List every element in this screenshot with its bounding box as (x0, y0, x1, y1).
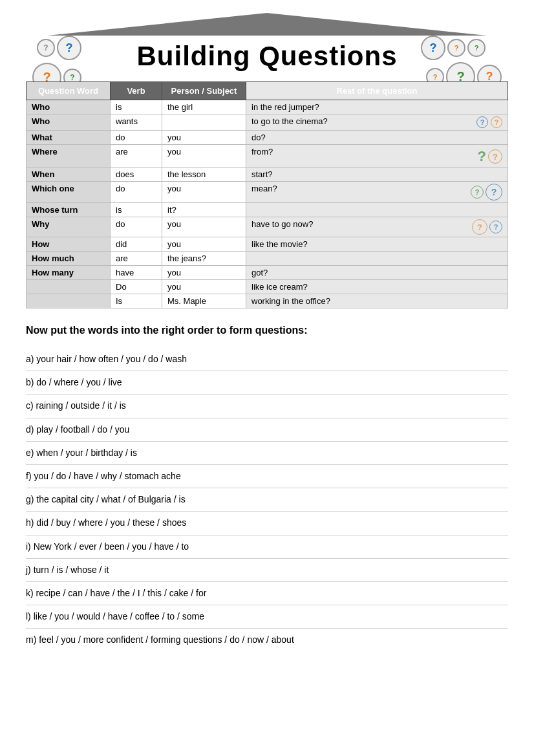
deco-bubble-6: ? (472, 219, 487, 235)
bubble-2: ? (57, 36, 81, 60)
qword-9: How (27, 237, 111, 252)
exercise-item-i: i) New York / ever / been / you / have /… (26, 535, 508, 559)
rest-10 (246, 252, 508, 266)
person-9: you (162, 237, 246, 252)
rest-4: from? ? ? (246, 145, 508, 167)
table-row: How much are the jeans? (27, 252, 508, 266)
deco-qmark-1: ? (478, 148, 486, 165)
deco-bubble-4: ? (471, 186, 484, 199)
person-3: you (162, 131, 246, 145)
table-row: How did you like the movie? (27, 237, 508, 252)
qword-12 (27, 280, 111, 294)
header-question-word: Question Word (27, 82, 111, 100)
exercise-item-k: k) recipe / can / have / the / I / this … (26, 582, 508, 605)
bubble-6: ? (447, 39, 465, 57)
exercise-item-c: c) raining / outside / it / is (26, 394, 508, 418)
page-title: Building Questions (137, 41, 398, 72)
person-13: Ms. Maple (162, 294, 246, 308)
person-1: the girl (162, 100, 246, 114)
table-wrapper: Question Word Verb Person / Subject Rest… (26, 81, 508, 308)
qword-10: How much (27, 252, 111, 266)
bubble-7: ? (467, 39, 486, 57)
verb-4: are (111, 145, 162, 167)
deco-bubble-3: ? (488, 149, 502, 164)
header: ? ? ? ? Building Questions ? ? ? (26, 13, 508, 75)
qword-6: Which one (27, 182, 111, 203)
deco-bubble-7: ? (489, 221, 502, 233)
verb-11: have (111, 266, 162, 280)
person-11: you (162, 266, 246, 280)
deco-bubble-5: ? (486, 184, 502, 200)
rest-12: like ice cream? (246, 280, 508, 294)
bubble-1: ? (37, 39, 55, 57)
qword-11: How many (27, 266, 111, 280)
verb-5: does (111, 167, 162, 182)
person-10: the jeans? (162, 252, 246, 266)
person-8: you (162, 217, 246, 237)
table-row: Which one do you mean? ? ? (27, 182, 508, 203)
verb-8: do (111, 217, 162, 237)
deco-bubble-1: ? (476, 116, 488, 128)
exercise-list: a) your hair / how often / you / do / wa… (26, 348, 508, 651)
person-5: the lesson (162, 167, 246, 182)
verb-2: wants (111, 114, 162, 131)
exercise-item-l: l) like / you / would / have / coffee / … (26, 605, 508, 629)
header-verb: Verb (111, 82, 162, 100)
table-row: Do you like ice cream? (27, 280, 508, 294)
exercise-item-j: j) turn / is / whose / it (26, 559, 508, 582)
exercise-item-h: h) did / buy / where / you / these / sho… (26, 512, 508, 535)
exercise-item-m: m) feel / you / more confident / forming… (26, 629, 508, 651)
rest-5: start? (246, 167, 508, 182)
rest-9: like the movie? (246, 237, 508, 252)
rest-13: working in the office? (246, 294, 508, 308)
table-row: What do you do? (27, 131, 508, 145)
person-4: you (162, 145, 246, 167)
qword-8: Why (27, 217, 111, 237)
table-row: Who is the girl in the red jumper? (27, 100, 508, 114)
deco-bubble-2: ? (491, 116, 502, 128)
person-12: you (162, 280, 246, 294)
exercise-item-b: b) do / where / you / live (26, 371, 508, 394)
table-row: When does the lesson start? (27, 167, 508, 182)
person-2 (162, 114, 246, 131)
rest-2: to go to the cinema? ? ? (246, 114, 508, 131)
verb-7: is (111, 203, 162, 217)
exercise-item-a: a) your hair / how often / you / do / wa… (26, 348, 508, 371)
verb-1: is (111, 100, 162, 114)
qword-4: Where (27, 145, 111, 167)
verb-6: do (111, 182, 162, 203)
verb-3: do (111, 131, 162, 145)
table-row: Where are you from? ? ? (27, 145, 508, 167)
verb-9: did (111, 237, 162, 252)
person-6: you (162, 182, 246, 203)
header-rest: Rest of the question (246, 82, 508, 100)
bubble-5: ? (421, 36, 445, 60)
table-header-row: Question Word Verb Person / Subject Rest… (27, 82, 508, 100)
qword-13 (27, 294, 111, 308)
qword-7: Whose turn (27, 203, 111, 217)
title-row: ? ? ? ? Building Questions ? ? ? (26, 36, 508, 75)
instructions-text: Now put the words into the right order t… (26, 325, 508, 336)
table-row: Why do you have to go now? ? ? (27, 217, 508, 237)
table-row: How many have you got? (27, 266, 508, 280)
qword-2: Who (27, 114, 111, 131)
title-container: ? ? ? ? Building Questions ? ? ? (26, 13, 508, 75)
table-row: Is Ms. Maple working in the office? (27, 294, 508, 308)
header-person: Person / Subject (162, 82, 246, 100)
exercise-item-d: d) play / football / do / you (26, 418, 508, 442)
rest-6: mean? ? ? (246, 182, 508, 203)
rest-7 (246, 203, 508, 217)
qword-5: When (27, 167, 111, 182)
person-7: it? (162, 203, 246, 217)
qword-1: Who (27, 100, 111, 114)
rest-3: do? (246, 131, 508, 145)
exercise-item-e: e) when / your / birthday / is (26, 442, 508, 465)
verb-12: Do (111, 280, 162, 294)
rest-8: have to go now? ? ? (246, 217, 508, 237)
table-row: Who wants to go to the cinema? ? ? (27, 114, 508, 131)
exercise-item-g: g) the capital city / what / of Bulgaria… (26, 488, 508, 512)
question-table: Question Word Verb Person / Subject Rest… (26, 81, 508, 308)
rest-11: got? (246, 266, 508, 280)
verb-13: Is (111, 294, 162, 308)
exercise-item-f: f) you / do / have / why / stomach ache (26, 465, 508, 488)
